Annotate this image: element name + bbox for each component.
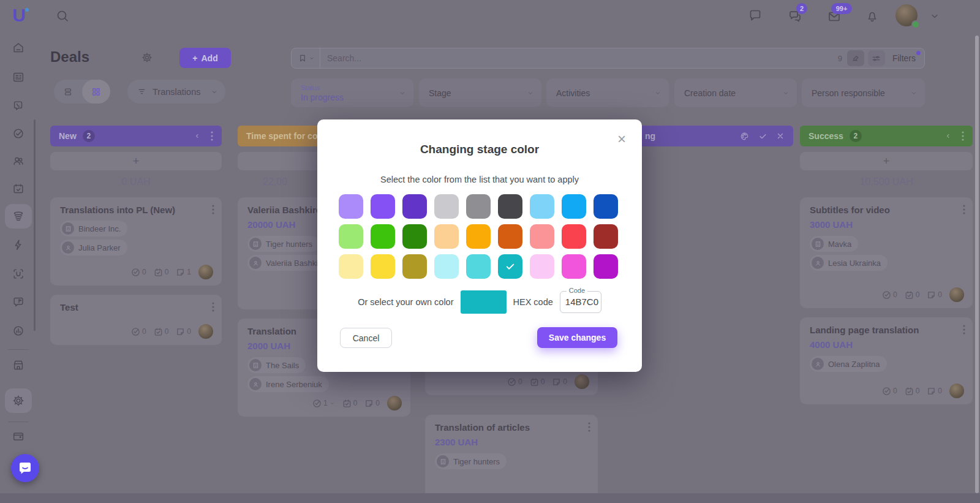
color-swatch-selected[interactable] bbox=[498, 254, 522, 279]
deal-card[interactable]: Translation of articles 2300 UAH Tiger h… bbox=[425, 415, 598, 501]
sidebar-item-automation[interactable] bbox=[12, 238, 25, 252]
deal-card[interactable]: Landing page translation 4000 UAH Olena … bbox=[800, 317, 973, 404]
sidebar-item-analytics[interactable] bbox=[12, 324, 25, 338]
kanban-view-button[interactable] bbox=[82, 80, 110, 104]
save-changes-button[interactable]: Save changes bbox=[537, 327, 617, 348]
palette-icon[interactable] bbox=[739, 131, 750, 142]
color-swatch[interactable] bbox=[434, 224, 459, 249]
assignee-avatar[interactable] bbox=[198, 265, 213, 279]
color-swatch[interactable] bbox=[562, 254, 586, 279]
person-chip[interactable]: Julia Parker bbox=[60, 240, 127, 255]
card-menu-kebab-icon[interactable] bbox=[963, 205, 965, 214]
color-swatch[interactable] bbox=[498, 194, 522, 219]
sidebar-item-scanner[interactable] bbox=[12, 267, 25, 281]
assignee-avatar[interactable] bbox=[949, 287, 964, 302]
collapse-column-icon[interactable] bbox=[194, 132, 201, 140]
color-swatch[interactable] bbox=[339, 254, 363, 279]
add-card-button[interactable]: + bbox=[50, 152, 222, 170]
hex-code-input[interactable] bbox=[565, 297, 598, 307]
list-view-button[interactable] bbox=[54, 80, 82, 104]
sort-sliders-icon[interactable] bbox=[868, 50, 885, 66]
color-swatch[interactable] bbox=[402, 254, 427, 279]
card-menu-kebab-icon[interactable] bbox=[212, 302, 214, 312]
color-swatch[interactable] bbox=[371, 194, 395, 219]
filter-stage[interactable]: Stage bbox=[419, 78, 541, 107]
sidebar-item-contacts[interactable] bbox=[12, 154, 25, 168]
clear-search-eraser-icon[interactable] bbox=[847, 50, 864, 66]
person-chip[interactable]: Valeriia Bashkir bbox=[247, 255, 327, 271]
stage-header-new[interactable]: New 2 bbox=[50, 126, 222, 146]
color-swatch[interactable] bbox=[466, 194, 491, 219]
color-swatch[interactable] bbox=[466, 254, 491, 279]
filter-activities[interactable]: Activities bbox=[546, 78, 669, 107]
person-chip[interactable]: Lesia Ukrainka bbox=[810, 255, 888, 271]
sidebar-scrollbar[interactable] bbox=[34, 119, 36, 331]
sidebar-item-tasks[interactable] bbox=[12, 127, 25, 140]
sidebar-item-home[interactable] bbox=[12, 41, 25, 55]
assignee-avatar[interactable] bbox=[387, 396, 402, 410]
card-menu-kebab-icon[interactable] bbox=[588, 422, 590, 432]
add-card-button[interactable]: + bbox=[800, 152, 973, 170]
sidebar-item-marketplace[interactable] bbox=[12, 358, 25, 372]
confirm-check-icon[interactable] bbox=[758, 132, 767, 141]
add-deal-button[interactable]: +Add bbox=[179, 48, 231, 68]
color-swatch[interactable] bbox=[402, 224, 427, 249]
saved-filters-bookmark[interactable] bbox=[292, 48, 320, 68]
color-swatch[interactable] bbox=[562, 224, 586, 249]
global-search-icon[interactable] bbox=[55, 9, 70, 23]
company-chip[interactable]: Tiger hunters bbox=[247, 236, 319, 252]
card-menu-kebab-icon[interactable] bbox=[963, 325, 965, 335]
sidebar-item-calls[interactable] bbox=[12, 99, 25, 113]
color-swatch[interactable] bbox=[339, 194, 363, 219]
search-bar[interactable]: Search... 9 Filters bbox=[291, 48, 925, 69]
person-chip[interactable]: Irene Serbeniuk bbox=[247, 376, 329, 392]
color-swatch[interactable] bbox=[594, 194, 618, 219]
sidebar-item-marketing[interactable] bbox=[12, 295, 25, 309]
deal-card[interactable]: Translations into PL (New) Bindeer Inc. … bbox=[50, 197, 222, 286]
stage-header-success[interactable]: Success 2 bbox=[800, 126, 973, 146]
color-swatch[interactable] bbox=[594, 254, 618, 279]
assignee-avatar[interactable] bbox=[198, 324, 213, 339]
search-input[interactable]: Search... bbox=[327, 53, 838, 63]
color-swatch[interactable] bbox=[371, 224, 395, 249]
filter-creation-date[interactable]: Creation date bbox=[674, 78, 797, 107]
card-menu-kebab-icon[interactable] bbox=[212, 205, 214, 214]
company-chip[interactable]: Tiger hunters bbox=[435, 453, 507, 469]
company-chip[interactable]: The Sails bbox=[247, 357, 306, 373]
sidebar-item-wallet[interactable] bbox=[12, 429, 25, 443]
pipeline-select[interactable]: Translations bbox=[127, 80, 225, 104]
cancel-x-icon[interactable] bbox=[776, 132, 785, 140]
color-swatch[interactable] bbox=[466, 224, 491, 249]
column-menu-kebab-icon[interactable] bbox=[962, 131, 964, 141]
color-swatch[interactable] bbox=[339, 224, 363, 249]
deal-card[interactable]: Test 0 0 0 bbox=[50, 295, 222, 345]
color-swatch[interactable] bbox=[402, 194, 427, 219]
color-swatch[interactable] bbox=[498, 224, 522, 249]
support-chat-launcher[interactable] bbox=[11, 454, 39, 482]
sidebar-item-calendar[interactable] bbox=[12, 182, 25, 195]
deal-card[interactable]: Subtitles for video 3000 UAH Mavka Lesia… bbox=[800, 197, 973, 308]
color-swatch[interactable] bbox=[562, 194, 586, 219]
user-menu-chevron-icon[interactable] bbox=[927, 9, 942, 23]
assignee-avatar[interactable] bbox=[949, 384, 964, 398]
custom-color-swatch[interactable] bbox=[461, 290, 507, 314]
color-swatch[interactable] bbox=[434, 254, 459, 279]
filter-status[interactable]: StatusIn progress bbox=[291, 78, 413, 107]
comments-icon[interactable] bbox=[748, 8, 763, 23]
color-swatch[interactable] bbox=[371, 254, 395, 279]
notifications-icon[interactable] bbox=[865, 9, 880, 23]
color-swatch[interactable] bbox=[594, 224, 618, 249]
filter-person-responsible[interactable]: Person responsible bbox=[802, 78, 925, 107]
board-settings-gear-icon[interactable] bbox=[141, 51, 153, 64]
collapse-column-icon[interactable] bbox=[944, 132, 952, 140]
color-swatch[interactable] bbox=[530, 224, 554, 249]
sidebar-item-crm-deals[interactable] bbox=[12, 210, 25, 223]
sidebar-item-newsfeed[interactable] bbox=[12, 70, 25, 84]
company-chip[interactable]: Mavka bbox=[810, 236, 858, 252]
column-menu-kebab-icon[interactable] bbox=[211, 131, 213, 141]
filters-button[interactable]: Filters bbox=[892, 53, 916, 63]
assignee-avatar[interactable] bbox=[575, 374, 589, 389]
page-scrollbar[interactable] bbox=[975, 36, 979, 493]
color-swatch[interactable] bbox=[530, 254, 554, 279]
sidebar-item-settings[interactable] bbox=[12, 394, 25, 407]
